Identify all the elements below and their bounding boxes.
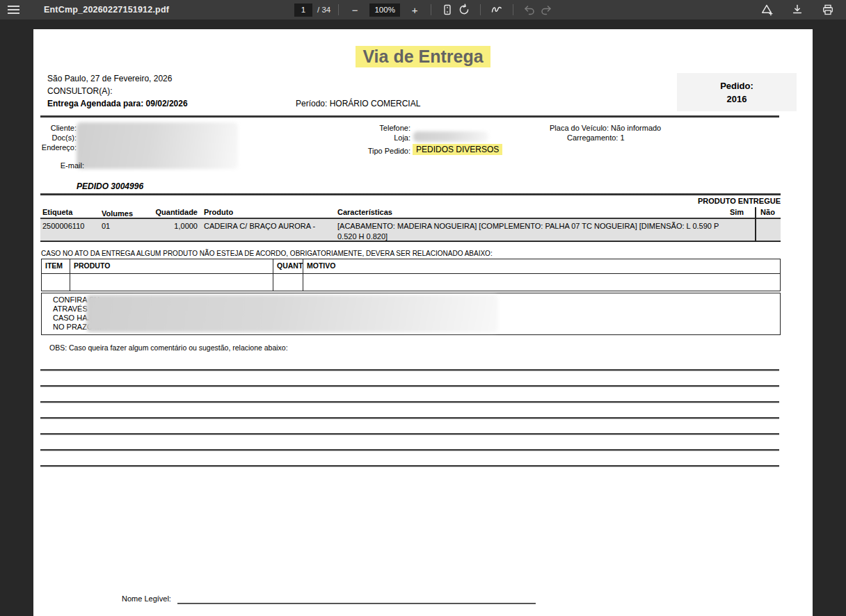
- add-to-collections-icon[interactable]: [758, 1, 775, 18]
- page-count-label: / 34: [317, 6, 330, 14]
- writing-line: [40, 465, 779, 467]
- redacted-client-info: [77, 122, 238, 169]
- menu-icon[interactable]: [8, 2, 26, 17]
- col-produto: Produto: [204, 208, 233, 216]
- issue-col-item: ITEM: [42, 259, 70, 274]
- product-row: 2500006110 01 1,0000 CADEIRA C/ BRAÇO AU…: [40, 219, 781, 242]
- confirmation-box: CONFIRA SU ATRAVÉS DE CASO HAJA A NO PRA…: [41, 293, 781, 335]
- load-label: Carregamento:: [567, 133, 618, 142]
- col-quantidade: Quantidade: [142, 208, 198, 216]
- notice-text: CASO NO ATO DA ENTREGA ALGUM PRODUTO NÃO…: [41, 250, 493, 257]
- redacted-confirmation-text: [86, 295, 498, 332]
- horizontal-rule: [40, 115, 779, 117]
- zoom-out-button[interactable]: −: [346, 1, 363, 18]
- print-icon[interactable]: [820, 1, 836, 18]
- order-number: 2016: [677, 92, 797, 106]
- redo-icon[interactable]: [538, 1, 554, 18]
- writing-line: [40, 401, 779, 403]
- sim-nao-divider: [755, 207, 756, 242]
- issue-empty-cell: [70, 274, 273, 291]
- issue-col-motivo: MOTIVO: [303, 259, 780, 274]
- col-nao: Não: [755, 208, 781, 216]
- legible-name-label: Nome Legível:: [122, 594, 171, 603]
- client-label: Cliente:: [33, 124, 77, 132]
- issue-table: ITEM PRODUTO QUANT MOTIVO: [41, 259, 781, 291]
- issue-col-produto: PRODUTO: [70, 259, 273, 274]
- document-filename: EntCmp_20260227151912.pdf: [44, 5, 169, 15]
- zoom-in-button[interactable]: +: [406, 1, 423, 18]
- page-number-input[interactable]: 1: [294, 3, 312, 17]
- docs-label: Doc(s):: [33, 133, 77, 142]
- issue-col-quant: QUANT: [273, 259, 303, 274]
- email-label: E-mail:: [33, 161, 84, 170]
- toolbar-divider: [513, 4, 513, 15]
- obs-text: OBS: Caso queira fazer algum comentário …: [49, 343, 288, 352]
- pdf-page-2: Nome Legível:: [33, 583, 813, 616]
- toolbar-divider: [338, 4, 339, 15]
- pdf-toolbar: EntCmp_20260227151912.pdf 1 / 34 − 100% …: [0, 0, 846, 19]
- fit-to-page-icon[interactable]: [439, 1, 456, 18]
- pdf-viewer-canvas[interactable]: Via de Entrega São Paulo, 27 de Fevereir…: [0, 19, 846, 616]
- city-date: São Paulo, 27 de Fevereiro, 2026: [47, 74, 172, 83]
- col-volumes: Volumes: [102, 209, 133, 218]
- order-number-box: Pedido: 2016: [677, 73, 797, 111]
- row-quantidade: 1,0000: [142, 222, 198, 230]
- signature-line: [177, 603, 536, 604]
- scheduled-delivery: Entrega Agendada para: 09/02/2026: [47, 99, 188, 108]
- period: Período: HORÁRIO COMERCIAL: [296, 99, 420, 108]
- issue-empty-cell: [273, 274, 303, 291]
- draw-ink-icon[interactable]: [488, 1, 505, 18]
- load-count: Carregamento: 1: [567, 133, 625, 142]
- load-value: 1: [620, 133, 624, 142]
- order-label: Pedido:: [677, 79, 797, 92]
- row-caracteristicas-line1: [ACABAMENTO: MADEIRA NOGUEIRA] [COMPLEME…: [337, 222, 719, 230]
- writing-line: [40, 385, 779, 387]
- consultant-label: CONSULTOR(A):: [47, 86, 113, 96]
- undo-icon[interactable]: [521, 1, 538, 18]
- row-volumes: 01: [102, 222, 110, 230]
- plate-label: Placa do Veículo:: [550, 124, 609, 132]
- download-icon[interactable]: [789, 1, 806, 18]
- toolbar-divider: [480, 4, 481, 15]
- row-produto: CADEIRA C/ BRAÇO AURORA -: [204, 222, 315, 230]
- col-caracteristicas: Características: [337, 208, 392, 216]
- col-sim: Sim: [719, 208, 755, 216]
- document-title-row: Via de Entrega: [33, 46, 813, 67]
- row-caracteristicas-line2: 0.520 H 0.820]: [337, 232, 388, 241]
- row-etiqueta: 2500006110: [42, 222, 84, 230]
- horizontal-rule: [40, 193, 781, 195]
- pdf-page-1: Via de Entrega São Paulo, 27 de Fevereir…: [33, 29, 813, 583]
- address-label: Endereço:: [33, 143, 77, 152]
- toolbar-divider: [431, 4, 431, 15]
- order-type-value: PEDIDOS DIVERSOS: [413, 145, 502, 154]
- writing-line: [40, 449, 779, 451]
- order-reference: PEDIDO 3004996: [77, 181, 143, 191]
- phone-label: Telefone:: [340, 124, 410, 132]
- issue-empty-cell: [303, 274, 780, 291]
- store-label: Loja:: [340, 133, 410, 142]
- order-type-label: Tipo Pedido:: [340, 147, 410, 155]
- issue-empty-cell: [42, 274, 70, 291]
- writing-line: [40, 369, 779, 371]
- vehicle-plate: Placa do Veículo: Não informado: [550, 124, 661, 132]
- zoom-level-input[interactable]: 100%: [369, 3, 400, 17]
- redacted-store-value: [413, 131, 488, 142]
- writing-line: [40, 417, 779, 419]
- writing-line: [40, 433, 779, 435]
- delivered-header: PRODUTO ENTREGUE: [641, 197, 781, 205]
- rotate-icon[interactable]: [456, 1, 472, 18]
- plate-value: Não informado: [611, 124, 661, 132]
- document-title: Via de Entrega: [356, 46, 490, 67]
- col-etiqueta: Etiqueta: [42, 208, 72, 216]
